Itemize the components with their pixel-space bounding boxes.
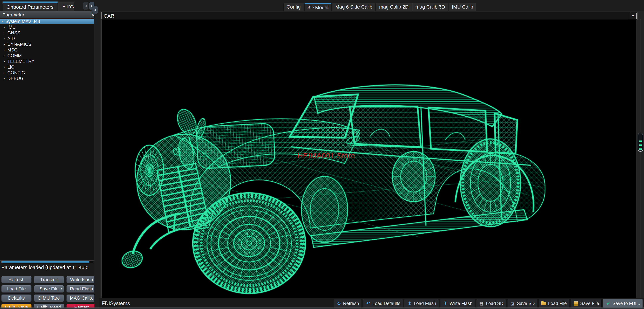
viewer-tab[interactable]: Config [284, 3, 304, 11]
toolbar-button[interactable]: Load Defaults [363, 299, 403, 308]
tree-item[interactable]: ▸ GNSS [0, 30, 94, 36]
toolbar-button[interactable]: Load File [538, 299, 569, 308]
viewer-tab-group: Config3D ModelMag 6 Side Calibmag Calib … [284, 3, 477, 11]
tree-item[interactable]: ▸ DYNAMICS [0, 42, 94, 47]
toolbar-button-label: Load Defaults [372, 301, 400, 306]
param-progress-fill [2, 261, 90, 263]
viewer-tab[interactable]: 3D Model [304, 3, 332, 11]
viewer-tab[interactable]: mag Calib 2D [376, 3, 412, 11]
toolbar-button-label: Save SD [517, 301, 535, 306]
toolbar-button[interactable]: Load SD [476, 299, 506, 308]
panel-tab[interactable]: Onboard Parameters [2, 1, 58, 11]
toolbar-button-icon [573, 300, 579, 306]
dropdown-arrow-icon[interactable]: ▾ [61, 287, 62, 290]
tree-item[interactable]: ▸ IMU [0, 24, 94, 30]
tree-item[interactable]: ▸ DEBUG [0, 76, 94, 81]
left-tab-group: Onboard ParametersFirmware Upd [2, 1, 75, 11]
toolbar-button-icon [407, 300, 412, 306]
toolbar-button-label: Save File [580, 301, 599, 306]
param-action-label: MAG Calib. [70, 296, 93, 301]
tree-item-label: AID [8, 36, 15, 41]
expand-arrow-icon[interactable]: ▸ [4, 26, 8, 29]
toolbar-button-icon [336, 300, 342, 306]
toolbar-button[interactable]: Save to FDI... [603, 299, 643, 308]
tree-item[interactable]: ▸ COMM [0, 53, 94, 58]
toolbar-button[interactable]: Write Flash [440, 299, 475, 308]
tree-item-label: TELEMETRY [8, 59, 34, 64]
param-action-button[interactable]: Read Flash ▾ [66, 285, 94, 292]
expand-arrow-icon[interactable]: ▸ [4, 66, 8, 68]
expand-arrow-icon[interactable]: ▸ [4, 43, 8, 46]
expand-arrow-icon[interactable]: ▸ [4, 48, 8, 52]
param-action-label: Transmit [40, 277, 58, 282]
param-action-button[interactable]: Write Flash ▾ [66, 276, 94, 283]
toolbar-button-label: Load File [548, 301, 567, 306]
car-rear-wheel-inner [392, 152, 435, 202]
toolbar-button[interactable]: Refresh [334, 299, 362, 308]
param-action-label: Load File [7, 286, 26, 292]
slider-track[interactable] [640, 19, 641, 298]
store-watermark: HEIMA001 Store [298, 152, 355, 160]
slider-thumb[interactable] [638, 132, 643, 152]
toolbar-button-icon [365, 300, 371, 306]
model-3d-canvas[interactable]: HEIMA001 Store [102, 19, 636, 298]
param-action-label: Read Flash [70, 286, 93, 292]
param-action-button[interactable]: Transmit ▾ [34, 276, 64, 283]
toolbar-button-label: Load SD [486, 301, 504, 306]
car-wireframe [102, 20, 636, 298]
bottom-toolbar: Refresh Load Defaults Load Flash Write F… [334, 299, 643, 308]
param-progress-bar [1, 261, 93, 264]
tree-item-label: COMM [8, 53, 22, 58]
toolbar-button-icon [442, 300, 448, 306]
param-action-button[interactable]: Save File ▾ [34, 285, 64, 292]
tree-item[interactable]: ▾ System MAV 048 [0, 18, 94, 24]
expand-arrow-icon[interactable]: ▸ [4, 37, 8, 40]
car-rear-wheel [460, 139, 521, 227]
view-zoom-slider [638, 19, 643, 298]
window-bottom-bevel [0, 308, 644, 309]
car-front-wheel [193, 193, 306, 294]
bottom-status-bar: FDISystems Refresh Load Defaults Load Fl… [99, 298, 644, 309]
toolbar-button[interactable]: Load Flash [404, 299, 439, 308]
param-action-button[interactable]: Defaults ▾ [1, 294, 32, 302]
tree-header: Parameter Value [0, 11, 94, 18]
param-action-button[interactable]: Refresh ▾ [1, 276, 32, 283]
viewer-tab[interactable]: IMU Calib [448, 3, 476, 11]
expand-arrow-icon[interactable]: ▾ [2, 20, 5, 23]
toolbar-button-label: Save to FDI... [612, 301, 640, 306]
toolbar-button[interactable]: Save File [570, 299, 602, 308]
viewer-tab[interactable]: mag Calib 3D [412, 3, 448, 11]
toolbar-button-icon [510, 300, 516, 306]
param-action-button[interactable]: DIMU Tare ▾ [34, 294, 64, 302]
param-action-label: Refresh [8, 277, 24, 282]
panel-tab[interactable]: Firmware Upd [58, 1, 74, 11]
model-select[interactable]: CAR ▼ [102, 12, 638, 20]
brand-label: FDISystems [102, 300, 130, 306]
viewer-panel: CAR ▼ [100, 11, 644, 298]
toolbar-button-icon [606, 300, 611, 306]
tree-item[interactable]: ▸ CONFIG [0, 70, 94, 76]
combo-dropdown-icon[interactable]: ▼ [629, 13, 637, 19]
param-action-label: Save File [40, 286, 58, 292]
viewer-tab[interactable]: Mag 6 Side Calib [332, 3, 376, 11]
tree-item[interactable]: ▸ TELEMETRY [0, 58, 94, 64]
car-window-front [350, 107, 421, 147]
tree-item[interactable]: ▸ LIC [0, 64, 94, 70]
expand-arrow-icon[interactable]: ▸ [4, 71, 8, 74]
model-select-value: CAR [102, 13, 114, 19]
tree-item[interactable]: ▸ MSG [0, 47, 94, 53]
sidebar-collapse-icon[interactable]: ◂ [92, 6, 98, 14]
tree-item-label: IMU [8, 25, 16, 30]
expand-arrow-icon[interactable]: ▸ [4, 54, 8, 57]
expand-arrow-icon[interactable]: ▸ [4, 31, 8, 34]
parameter-tree: Parameter Value ▾ System MAV 048 ▸ IMU ▸… [0, 11, 94, 260]
expand-arrow-icon[interactable]: ▸ [4, 60, 8, 63]
param-action-button[interactable]: Load File ▾ [1, 285, 32, 292]
toolbar-button[interactable]: Save SD [507, 299, 537, 308]
parameter-panel: Parameter Value ▾ System MAV 048 ▸ IMU ▸… [0, 11, 94, 309]
param-action-label: Defaults [8, 296, 25, 301]
tree-item[interactable]: ▸ AID [0, 36, 94, 42]
param-action-button[interactable]: MAG Calib. ▾ [66, 294, 94, 302]
tab-scroll-left-icon[interactable]: ◂ [83, 2, 88, 10]
expand-arrow-icon[interactable]: ▸ [4, 77, 8, 80]
